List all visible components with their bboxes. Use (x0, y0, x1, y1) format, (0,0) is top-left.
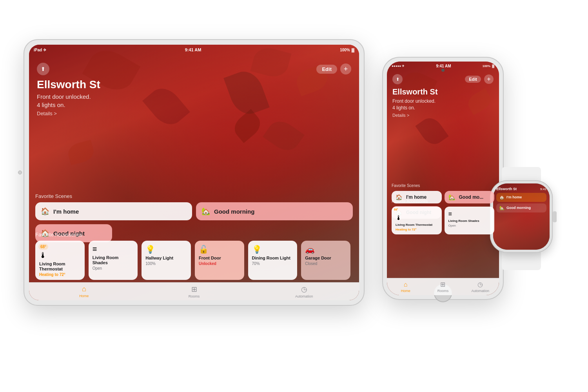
scene-tile-morning[interactable]: 🏡 Good morning (196, 202, 353, 220)
phone-thermostat-icon: 🌡 (396, 214, 438, 221)
location-button[interactable]: ⬆ (37, 63, 49, 75)
dining-light-status: 70% (252, 261, 294, 266)
phone-accessory-thermostat[interactable]: 68° 🌡 Living Room Thermostat Heating to … (392, 207, 442, 234)
phone-home-status: Front door unlocked. 4 lights on. (392, 98, 494, 111)
phone-edit-button[interactable]: Edit (465, 76, 481, 83)
phone-status-time: 9:41 AM (436, 64, 451, 68)
phone-header-controls: ⬆ Edit + (392, 74, 494, 84)
phone-shades-status: Open (448, 224, 491, 227)
phone-scenes-label: Favorite Scenes (392, 183, 494, 188)
tab-automation-label: Automation (295, 294, 313, 298)
signal-icon: ●●●●● ✈ (392, 64, 405, 68)
phone-tab-bar: ⌂ Home ⊞ Rooms ◷ Automation (387, 278, 499, 295)
dining-light-name: Dining Room Light (252, 256, 294, 261)
scene-tile-home[interactable]: 🏠 I'm home (35, 202, 192, 220)
add-button[interactable]: + (340, 64, 351, 74)
phone-accessory-shades[interactable]: ≡ Living Room Shades Open (445, 207, 495, 234)
tab-home-icon: ⌂ (82, 285, 86, 293)
phone-shades-icon: ≡ (448, 211, 491, 218)
phone-thermostat-status: Heating to 72° (396, 228, 438, 231)
tab-rooms[interactable]: ⊞ Rooms (139, 285, 249, 298)
tab-automation-icon: ◷ (301, 285, 307, 294)
phone-tab-rooms-icon: ⊞ (440, 281, 445, 288)
watch-scene-morning-label: Good morning (506, 206, 531, 210)
header-controls-row: ⬆ Edit + (37, 63, 351, 75)
accessory-thermostat[interactable]: 68° 🌡 Living Room Thermostat Heating to … (35, 241, 85, 280)
tablet-camera (18, 171, 22, 174)
front-door-status: Unlocked (199, 261, 240, 266)
phone-details-link[interactable]: Details > (392, 113, 494, 118)
phone-header: ⬆ Edit + Ellsworth St Front door unlocke… (387, 70, 499, 121)
tab-rooms-label: Rooms (189, 294, 200, 298)
status-bar-left: iPad ✈ (34, 48, 46, 52)
watch-content: Ellsworth St 9:41 🏠 I'm home 🏡 Good morn… (493, 183, 550, 250)
watch-scene-morning-icon: 🏡 (499, 206, 504, 210)
tab-automation[interactable]: ◷ Automation (249, 285, 359, 298)
accessory-shades[interactable]: ≡ Living Room Shades Open (89, 241, 138, 280)
tablet-header: ⬆ Edit + Ellsworth St Front door unlocke… (29, 56, 359, 121)
phone-tab-home[interactable]: ⌂ Home (387, 281, 424, 293)
home-status: Front door unlocked. 4 lights on. (37, 93, 351, 109)
watch-crown (553, 211, 557, 222)
accessories-label: Favorite Accessories (35, 232, 353, 238)
phone-home-title: Ellsworth St (392, 87, 494, 96)
accessory-front-door[interactable]: 🔓 Front Door Unlocked (195, 241, 244, 280)
watch-location: Ellsworth St (496, 187, 517, 191)
phone-status-bar: ●●●●● ✈ 9:41 AM 100%▓ (387, 62, 499, 70)
scenes-label: Favorite Scenes (35, 193, 353, 199)
battery-label: 100% (340, 48, 350, 52)
thermostat-icon: 🌡 (39, 251, 81, 260)
accessory-dining-light[interactable]: 💡 Dining Room Light 70% (248, 241, 298, 280)
home-title: Ellsworth St (37, 78, 351, 91)
tab-rooms-icon: ⊞ (191, 285, 197, 294)
details-link[interactable]: Details > (37, 111, 351, 116)
phone-edit-add: Edit + (465, 74, 494, 84)
watch-header-row: Ellsworth St 9:41 (496, 187, 546, 191)
tablet-status-bar: iPad ✈ 9:41 AM 100% ▓ (29, 45, 359, 55)
edit-button[interactable]: Edit (316, 65, 337, 74)
scene-home-icon: 🏠 (41, 207, 49, 216)
accessory-hallway-light[interactable]: 💡 Hallway Light 100% (142, 241, 191, 280)
shades-status: Open (93, 266, 134, 270)
phone-thermostat-name: Living Room Thermostat (396, 223, 438, 227)
phone-add-button[interactable]: + (484, 74, 494, 84)
watch-scene-home[interactable]: 🏠 I'm home (496, 193, 546, 202)
phone-accessories-section: Favorite Accessories 68° 🌡 Living Room T… (392, 199, 494, 234)
watch-scene-home-icon: 🏠 (499, 195, 504, 200)
accessory-garage[interactable]: 🚗 Garage Door Closed (301, 241, 350, 280)
phone-accessories-label: Favorite Accessories (392, 199, 494, 203)
phone-temp-badge: 68° (394, 208, 398, 211)
phone-status-left: ●●●●● ✈ (392, 64, 405, 68)
hallway-light-name: Hallway Light (145, 256, 187, 261)
front-door-name: Front Door (199, 256, 240, 261)
scene-home-label: I'm home (53, 208, 79, 215)
phone-accessories-row: 68° 🌡 Living Room Thermostat Heating to … (392, 207, 494, 234)
phone-tab-automation[interactable]: ◷ Automation (462, 281, 499, 293)
tab-home[interactable]: ⌂ Home (29, 285, 139, 298)
shades-icon: ≡ (93, 245, 134, 254)
phone-tab-home-icon: ⌂ (404, 281, 408, 288)
phone-battery: 100% (483, 64, 490, 68)
watch-scene-home-label: I'm home (506, 195, 522, 199)
location-icon: ⬆ (41, 66, 45, 72)
hallway-light-icon: 💡 (145, 245, 187, 254)
watch-scene-morning[interactable]: 🏡 Good morning (496, 203, 546, 212)
garage-status: Closed (305, 261, 347, 266)
phone-shades-name: Living Room Shades (448, 219, 491, 223)
status-bar-right: 100% ▓ (340, 48, 354, 52)
watch-band-bottom (502, 250, 541, 270)
thermostat-name: Living Room Thermostat (39, 261, 81, 272)
temp-badge: 68° (38, 244, 48, 250)
phone-tab-automation-label: Automation (472, 289, 490, 293)
thermostat-status: Heating to 72° (39, 272, 81, 277)
hallway-light-status: 100% (145, 261, 187, 266)
watch-time: 9:41 (540, 187, 546, 191)
battery-icon: ▓ (352, 48, 354, 52)
garage-icon: 🚗 (305, 245, 347, 254)
dining-light-icon: 💡 (252, 245, 294, 254)
status-bar-time: 9:41 AM (185, 47, 201, 52)
tablet-screen: iPad ✈ 9:41 AM 100% ▓ ⬆ Edit + (29, 45, 359, 300)
phone-tab-rooms[interactable]: ⊞ Rooms (424, 281, 461, 293)
shades-name: Living Room Shades (93, 255, 134, 265)
phone-location-button[interactable]: ⬆ (392, 74, 403, 84)
